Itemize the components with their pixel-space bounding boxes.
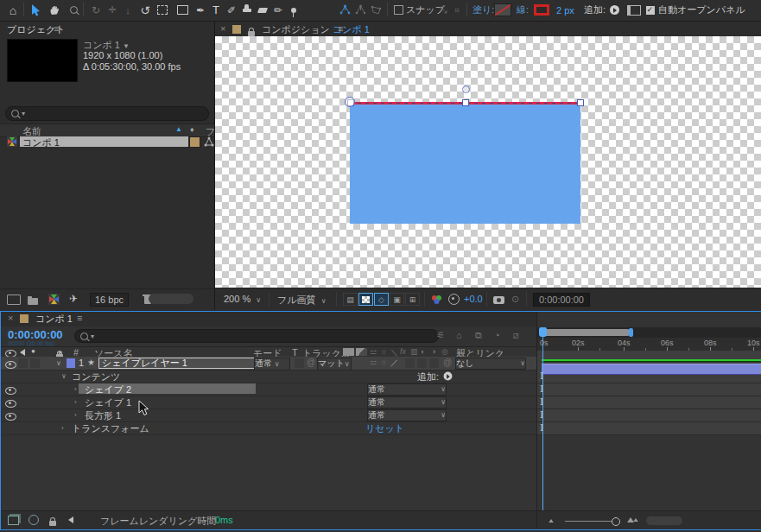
add-button[interactable] [608,3,620,17]
shape1-eye-icon[interactable] [5,400,16,408]
world-axis-mode-button[interactable] [352,3,368,17]
anchor-point-handle[interactable] [345,97,355,107]
timeline-h-scrollbar[interactable] [646,516,682,525]
layer1-mode-dropdown[interactable]: 通常 ∨ [254,358,290,370]
rectangle-tool-button[interactable] [174,3,191,17]
timeline-tab-label-chip[interactable] [20,314,29,323]
timeline-search-input[interactable]: ▾ [74,329,439,343]
shape2-eye-icon[interactable] [5,387,16,395]
viewer-tab-label-chip[interactable] [232,25,241,34]
pan-behind-tool-button[interactable] [154,3,171,17]
viewer-timecode-field[interactable]: 0:00:00:00 [533,293,590,307]
layer1-collapse-switch[interactable]: ☼ [380,358,387,366]
playhead-handle[interactable] [539,327,547,337]
layer-row-shape-layer-1[interactable]: ∨ 1 ★ シェイプレイヤー 1 通常 ∨ @ マット∨ ⚍ ☼ ／ @ なし∨ [1,357,536,370]
group-row-contents[interactable]: ∨ コンテンツ 追加: [1,370,536,383]
shape1-mode-dropdown[interactable]: 通常∨ [367,396,447,408]
footer-lock-icon[interactable] [49,521,56,526]
transform-expand-arrow[interactable]: › [61,424,64,432]
timeline-zoom-slider-knob[interactable] [612,517,620,526]
current-timecode[interactable]: 0:00:00:00 [8,328,63,341]
fill-label[interactable]: 塗り: [472,3,494,17]
show-snapshot-icon[interactable]: ⊙ [511,294,519,305]
project-footer-pill[interactable] [149,294,193,304]
layer1-switch-cell-3[interactable] [429,358,439,368]
local-axis-mode-button[interactable] [337,3,352,17]
pixel-aspect-correction-button[interactable]: ⊞ [405,293,420,306]
snapshot-camera-icon[interactable] [493,296,504,304]
view-axis-mode-button[interactable] [368,3,384,17]
type-tool-button[interactable]: T [208,3,224,17]
layer1-matte-pickwhip-icon[interactable]: @ [307,358,315,367]
label-column-icon[interactable]: ♦ [190,125,194,134]
rect1-eye-icon[interactable] [5,413,16,421]
time-ruler[interactable]: 0s 02s 04s 06s 08s 10s [537,338,761,352]
transform-reset-link[interactable]: リセット [365,422,404,435]
layer1-switch-cell-2[interactable] [417,358,427,368]
project-settings-icon[interactable]: ✈ [69,293,78,305]
graph-editor-icon[interactable]: ⧄ [513,330,519,341]
composition-canvas[interactable] [215,36,761,288]
draft-mode-icon[interactable] [29,515,39,525]
auto-open-checkbox[interactable]: ✓ [644,3,656,17]
timeline-navigator-track[interactable] [537,327,761,338]
layer1-switch-cell-1[interactable] [405,358,415,368]
shape2-label[interactable]: シェイプ 2 [85,383,131,396]
layer1-shy-switch[interactable]: ⚍ [370,358,377,366]
clone-stamp-tool-button[interactable] [239,3,255,17]
shape-rectangle[interactable] [350,102,580,224]
layer1-solo-cell[interactable] [30,358,40,368]
shy-layers-icon[interactable]: ⧉ [475,330,482,341]
layer1-name-field[interactable]: シェイプレイヤー 1 [98,358,257,369]
path-handle-center[interactable] [462,99,469,106]
snap-options-button-1[interactable]: ⤡ [437,3,449,17]
mask-path-visibility-button[interactable]: ◇ [374,293,389,306]
layer1-matte-dropdown[interactable]: マット∨ [317,358,352,370]
timeline-zoom-slider-track[interactable] [565,521,615,522]
comp-thumbnail[interactable] [7,39,78,82]
transparency-grid-button[interactable] [358,293,373,306]
exposure-value[interactable]: +0.0 [464,294,483,304]
dependencies-icon[interactable] [204,136,214,147]
group-row-shape-1[interactable]: › シェイプ 1 通常∨ [1,396,536,409]
group-row-rectangle-1[interactable]: › 長方形 1 通常∨ [1,408,536,422]
label-column-icon-tl[interactable]: ♦ [58,348,62,357]
brush-tool-button[interactable]: ✐ [224,3,239,17]
transform-label[interactable]: トランスフォーム [72,422,149,435]
pan-camera-tool-button[interactable]: ✛ [105,3,120,17]
mini-flowchart-icon[interactable]: ⚟ [436,330,445,341]
choose-grid-guides-button[interactable]: ▤ [343,293,358,306]
solo-column-icon[interactable]: ● [31,347,35,355]
fill-swatch[interactable] [494,3,511,17]
layer-duration-bar[interactable] [542,364,761,375]
layer1-eye-icon[interactable] [5,361,16,369]
shape2-expand-arrow[interactable]: › [74,385,77,393]
navigator-handle-right[interactable] [629,328,633,337]
live-update-icon[interactable] [8,516,19,525]
layer1-quality-switch[interactable]: ／ [390,358,398,369]
selection-tool-button[interactable] [28,3,43,17]
exposure-icon[interactable] [448,294,460,305]
dolly-camera-tool-button[interactable]: ↓ [120,3,136,17]
group-row-transform[interactable]: › トランスフォーム リセット [1,421,536,435]
footer-audio-icon[interactable] [68,516,73,523]
workspace-panel-button[interactable] [627,3,641,17]
show-channel-icon[interactable] [431,294,442,305]
audio-column-icon[interactable] [20,349,25,356]
timeline-tab-close-icon[interactable]: × [8,313,13,323]
contents-label[interactable]: コンテンツ [72,370,120,383]
direction-handle[interactable] [462,86,470,93]
viewer-tab[interactable]: コンポジション コンポ 1 [262,23,370,36]
layer1-color-chip[interactable] [67,358,75,368]
eraser-tool-button[interactable] [255,3,270,17]
viewer-panel-menu-icon[interactable]: ≡ [338,23,343,34]
project-panel-menu-icon[interactable]: ≡ [54,23,59,34]
group-row-shape-2[interactable]: › シェイプ 2 通常∨ [1,383,536,396]
orbit-camera-tool-button[interactable]: ↻ [87,3,105,17]
timeline-panel-menu-icon[interactable]: ≡ [77,313,82,323]
shape1-label[interactable]: シェイプ 1 [85,396,131,409]
shape2-mode-dropdown[interactable]: 通常∨ [367,383,447,396]
home-tool-button[interactable]: ⌂ [5,3,21,17]
magnification-dropdown[interactable]: 200 % ∨ [224,294,261,304]
stroke-width-value[interactable]: 2 px [556,3,574,17]
